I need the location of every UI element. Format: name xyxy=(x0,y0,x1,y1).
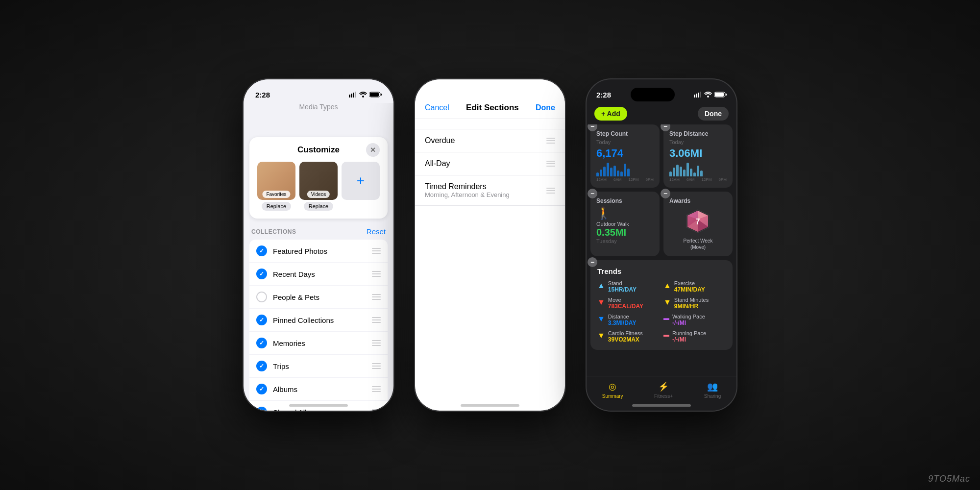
trend-value: -/-/MI xyxy=(672,319,705,326)
fitness-dynamic-island xyxy=(631,88,675,101)
trend-value: 783CAL/DAY xyxy=(608,303,643,310)
list-item[interactable]: ✓ Albums xyxy=(249,378,388,401)
trend-arrow: ▼ xyxy=(663,298,671,307)
item-name: Overdue xyxy=(425,136,540,145)
step-distance-sub: Today xyxy=(669,139,727,145)
remove-awards[interactable]: − xyxy=(661,189,670,198)
svg-rect-1 xyxy=(351,94,352,98)
videos-replace-btn[interactable]: Replace xyxy=(304,202,333,211)
drag-handle xyxy=(546,188,555,194)
add-button[interactable]: + Add xyxy=(594,107,627,121)
phone1-status-icons xyxy=(349,92,382,98)
list-item[interactable]: ✓ Trips xyxy=(249,355,388,378)
favorites-replace-btn[interactable]: Replace xyxy=(262,202,291,211)
drag-handle xyxy=(372,409,381,411)
drag-handle xyxy=(372,340,381,346)
home-indicator xyxy=(461,404,519,407)
list-item[interactable]: All-Day xyxy=(415,152,565,175)
drag-handle xyxy=(372,294,381,300)
list-item[interactable]: Overdue xyxy=(415,129,565,152)
svg-rect-7 xyxy=(381,94,382,96)
remove-sessions[interactable]: − xyxy=(588,189,597,198)
fitness-status-bar: 2:28 xyxy=(587,79,736,103)
list-item[interactable]: ✓ Pinned Collections xyxy=(249,309,388,332)
list-item[interactable]: ✓ Recent Days xyxy=(249,263,388,286)
walk-icon: 🚶 xyxy=(596,206,654,220)
edit-sections-title: Edit Sections xyxy=(466,103,519,113)
fitness-status-icons xyxy=(694,92,727,98)
award-image: 7 xyxy=(684,206,713,236)
trend-label: Cardio Fitness xyxy=(608,330,643,336)
step-count-sub: Today xyxy=(596,139,654,145)
phone-2: Cancel Edit Sections Done Overdue All-Da… xyxy=(414,78,566,412)
favorites-photo: Favorites xyxy=(257,162,295,200)
trend-arrow: ▲ xyxy=(663,281,671,290)
trend-stand-minutes: ▼ Stand Minutes 9MIN/HR xyxy=(663,297,726,310)
list-item[interactable]: ✓ Memories xyxy=(249,332,388,355)
svg-rect-15 xyxy=(726,94,727,96)
item-name: Timed Reminders xyxy=(425,182,540,191)
add-photo-button[interactable]: + xyxy=(342,162,380,200)
cancel-button[interactable]: Cancel xyxy=(425,103,449,112)
check-icon: ✓ xyxy=(256,338,267,348)
item-name: Trips xyxy=(273,362,366,370)
step-distance-chart-labels: 12AM6AM12PM6PM xyxy=(669,177,727,182)
tab-sharing[interactable]: 👥 Sharing xyxy=(704,381,721,399)
item-name: People & Pets xyxy=(273,293,366,301)
drag-handle xyxy=(372,363,381,369)
trends-card: − Trends ▲ Stand 15HR/DAY ▲ xyxy=(590,260,733,350)
phone-2-screen: Cancel Edit Sections Done Overdue All-Da… xyxy=(415,79,565,411)
fitness-time: 2:28 xyxy=(596,91,611,99)
reminders-nav: Cancel Edit Sections Done xyxy=(415,79,565,119)
awards-card: − Awards xyxy=(663,192,733,256)
drag-handle xyxy=(546,138,555,144)
step-distance-title: Step Distance xyxy=(669,130,727,137)
done-button[interactable]: Done xyxy=(536,103,555,112)
remove-trends[interactable]: − xyxy=(588,257,597,267)
drag-handle xyxy=(372,271,381,277)
phone-1-screen: 2:28 Media Types Customize ✕ xyxy=(244,79,393,411)
svg-rect-6 xyxy=(370,93,379,97)
trend-label: Distance xyxy=(608,314,637,319)
svg-rect-3 xyxy=(355,92,356,98)
home-indicator xyxy=(632,404,691,407)
list-item[interactable]: Timed Reminders Morning, Afternoon & Eve… xyxy=(415,175,565,206)
trend-label: Move xyxy=(608,297,643,303)
trend-arrow: ▼ xyxy=(597,298,605,307)
tab-fitness-plus[interactable]: ⚡ Fitness+ xyxy=(654,381,673,399)
sharing-icon: 👥 xyxy=(707,381,718,392)
item-subtitle: Morning, Afternoon & Evening xyxy=(425,191,540,198)
check-icon: ✓ xyxy=(256,361,267,371)
item-name: All-Day xyxy=(425,159,540,168)
videos-photo: Videos xyxy=(299,162,338,200)
remove-step-count[interactable]: − xyxy=(588,124,597,131)
item-name: Shared Albums xyxy=(273,408,366,411)
trend-distance: ▼ Distance 3.3MI/DAY xyxy=(597,314,660,326)
remove-step-distance[interactable]: − xyxy=(661,124,670,131)
svg-point-12 xyxy=(707,96,709,98)
trend-arrow: ▼ xyxy=(597,331,605,340)
svg-rect-11 xyxy=(700,92,701,98)
customize-close-button[interactable]: ✕ xyxy=(366,143,380,157)
fitness-plus-icon: ⚡ xyxy=(658,381,669,392)
done-button[interactable]: Done xyxy=(698,107,729,121)
customize-card: Customize ✕ Favorites Replace xyxy=(249,137,388,219)
list-item[interactable]: People & Pets xyxy=(249,286,388,309)
tab-summary[interactable]: ◎ Summary xyxy=(602,381,623,399)
home-indicator xyxy=(289,404,348,407)
trend-label: Walking Pace xyxy=(672,314,705,319)
trend-label: Stand xyxy=(608,280,637,286)
watermark: 9TO5Mac xyxy=(928,474,970,484)
summary-label: Summary xyxy=(602,393,623,399)
trend-value: 9MIN/HR xyxy=(674,303,709,310)
trend-value: 15HR/DAY xyxy=(608,286,637,293)
trend-exercise: ▲ Exercise 47MIN/DAY xyxy=(663,280,726,293)
step-count-chart xyxy=(596,162,654,176)
summary-icon: ◎ xyxy=(609,381,616,392)
award-label: Perfect Week(Move) xyxy=(669,238,727,250)
phone1-time: 2:28 xyxy=(255,91,270,99)
reset-button[interactable]: Reset xyxy=(367,227,386,236)
list-item[interactable]: ✓ Featured Photos xyxy=(249,240,388,263)
check-icon: ✓ xyxy=(256,245,267,256)
trend-label: Exercise xyxy=(674,280,705,286)
